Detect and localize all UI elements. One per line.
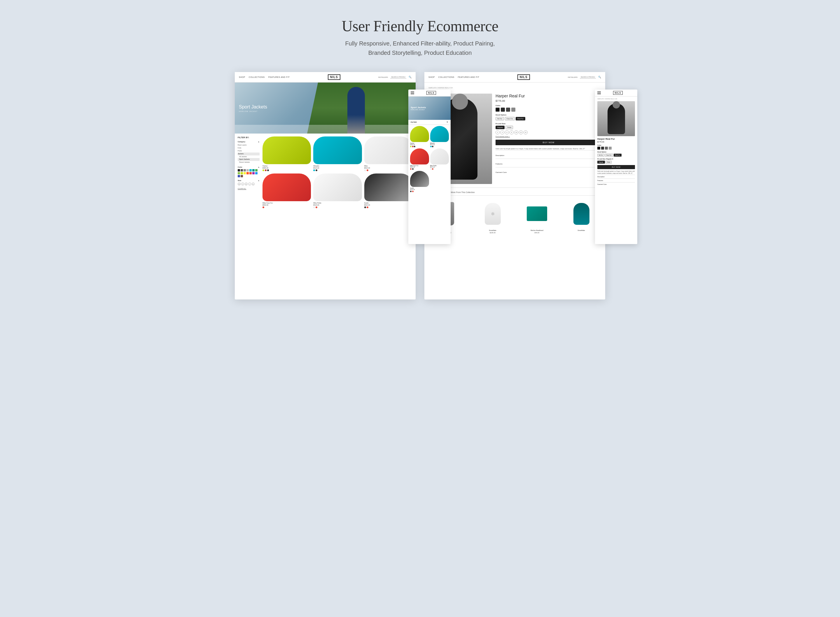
right-nav-shop[interactable]: SHOP	[428, 76, 435, 78]
cat-base-layers[interactable]: Base Layers	[238, 144, 260, 147]
hood-no-fur[interactable]: No Fur	[496, 117, 504, 120]
color-dot-2-1[interactable]	[367, 170, 368, 171]
color-dot-5-0[interactable]	[364, 207, 366, 208]
right-nav-features[interactable]: FEATURES AND FIT	[458, 76, 480, 78]
mobile-right-logo[interactable]: NILS	[613, 91, 622, 95]
size-btn-14[interactable]: 14	[524, 130, 528, 134]
mobile-accordion-2[interactable]: Garment Care	[597, 182, 635, 186]
right-search-input[interactable]	[580, 76, 596, 78]
accordion-label-1[interactable]: Features	[496, 163, 502, 165]
nav-shop[interactable]: SHOP	[239, 76, 245, 78]
nav-features[interactable]: FEATURES AND FIT	[268, 76, 290, 78]
size-btn-4[interactable]: 4	[500, 130, 504, 134]
detail-swatch-3[interactable]	[511, 108, 515, 112]
swatch-lgray[interactable]	[247, 169, 249, 171]
search-icon[interactable]: 🔍	[409, 76, 412, 78]
color-dot-3-0[interactable]	[263, 207, 264, 208]
size-s[interactable]: S	[241, 183, 244, 186]
clear-all[interactable]: CLEAR ALL	[238, 188, 260, 189]
tab-more-collection[interactable]: More From This Collection	[451, 191, 475, 195]
detail-swatch-1[interactable]	[501, 108, 505, 112]
fit-regular[interactable]: Regular	[496, 125, 505, 129]
fit-petite[interactable]: Petite	[505, 125, 513, 129]
left-nav-logo[interactable]: NILS	[328, 74, 340, 80]
mswatch-2[interactable]	[605, 147, 608, 150]
size-xs[interactable]: XS	[238, 183, 241, 186]
nav-retailers[interactable]: RETAILERS	[378, 77, 388, 78]
mc-3-0[interactable]	[430, 168, 432, 170]
swatch-cyan[interactable]	[249, 169, 252, 171]
color-dot-2-0[interactable]	[364, 170, 366, 171]
mobile-petite[interactable]: Petite	[605, 161, 612, 164]
color-dot-4-1[interactable]	[316, 207, 317, 208]
swatch-yellow-green[interactable]	[241, 172, 243, 174]
right-nav-collections[interactable]: COLLECTIONS	[438, 76, 455, 78]
hood-real-fur[interactable]: Real Fur	[516, 117, 525, 120]
swatch-gray[interactable]	[244, 169, 246, 171]
mobile-filter-label[interactable]: FILTER	[411, 121, 417, 123]
detail-swatch-0[interactable]	[496, 108, 500, 112]
swatch-lime[interactable]	[238, 172, 240, 174]
swatch-green[interactable]	[255, 169, 258, 171]
mc-2-0[interactable]	[410, 168, 412, 170]
size-btn-2[interactable]: 2	[496, 130, 500, 134]
mobile-accordion-1[interactable]: Features	[597, 179, 635, 182]
right-nav-retailers[interactable]: RETAILERS	[568, 77, 577, 78]
mc-4-0[interactable]	[410, 191, 412, 192]
cat-sport-jackets[interactable]: Sport Jackets	[238, 158, 260, 161]
mobile-buy-btn[interactable]: BUY NOW	[597, 165, 635, 169]
size-xl[interactable]: XL	[252, 183, 255, 186]
detail-swatch-2[interactable]	[506, 108, 510, 112]
swatch-yellow[interactable]	[244, 172, 246, 174]
color-dot-0-0[interactable]	[263, 170, 264, 171]
color-dot-0-1[interactable]	[265, 170, 267, 171]
mswatch-3[interactable]	[609, 147, 612, 150]
mc-0-1[interactable]	[412, 146, 413, 147]
swatch-orange[interactable]	[247, 172, 249, 174]
size-btn-10[interactable]: 10	[514, 130, 518, 134]
color-dot-5-1[interactable]	[367, 207, 368, 208]
cat-all-jackets[interactable]: All Jackets	[238, 155, 260, 158]
swatch-black[interactable]	[238, 169, 240, 171]
swatch-dgray[interactable]	[241, 169, 243, 171]
size-btn-8[interactable]: 8	[509, 130, 514, 134]
hamburger-icon[interactable]	[411, 92, 414, 94]
swatch-brown[interactable]	[241, 175, 243, 177]
nav-collections[interactable]: COLLECTIONS	[249, 76, 265, 78]
mswatch-1[interactable]	[601, 147, 604, 150]
buy-now-button[interactable]: BUY NOW	[496, 140, 602, 145]
size-m[interactable]: M	[245, 183, 248, 186]
color-dot-0-2[interactable]	[267, 170, 269, 171]
mc-4-1[interactable]	[412, 191, 413, 192]
mobile-no-fur[interactable]: No Fur	[597, 154, 604, 156]
mc-0-2[interactable]	[414, 146, 415, 147]
size-l[interactable]: L	[248, 183, 251, 186]
swatch-blue[interactable]	[255, 172, 258, 174]
left-search-input[interactable]	[390, 76, 406, 78]
size-btn-12[interactable]: 12	[519, 130, 523, 134]
hood-faux-fur[interactable]: Faux Fur	[505, 117, 515, 120]
right-nav-logo[interactable]: NILS	[517, 74, 530, 80]
color-dot-4-0[interactable]	[313, 207, 315, 208]
swatch-purple[interactable]	[252, 172, 255, 174]
mc-1-0[interactable]	[430, 146, 432, 147]
right-search-icon[interactable]: 🔍	[598, 76, 601, 78]
right-hamburger-icon[interactable]	[597, 92, 601, 94]
mobile-faux-fur[interactable]: Faux Fur	[605, 154, 613, 156]
mobile-accordion-0[interactable]: Description	[597, 175, 635, 179]
swatch-red[interactable]	[249, 172, 252, 174]
mobile-real-fur[interactable]: Real Fur	[614, 154, 622, 156]
swatch-teal[interactable]	[252, 169, 255, 171]
mc-2-1[interactable]	[412, 168, 413, 170]
color-dot-1-1[interactable]	[316, 170, 317, 171]
size-btn-6[interactable]: 6	[505, 130, 509, 134]
mobile-left-logo[interactable]: NILS	[427, 91, 436, 95]
cat-resort-jackets[interactable]: Resort Jackets	[238, 161, 260, 164]
mc-1-1[interactable]	[432, 146, 433, 147]
swatch-navy[interactable]	[238, 175, 240, 177]
mc-3-1[interactable]	[432, 168, 433, 170]
color-dot-1-0[interactable]	[313, 170, 315, 171]
mc-0-0[interactable]	[410, 146, 412, 147]
cat-knits[interactable]: Knits	[238, 147, 260, 150]
find-store-link[interactable]: Find nearest store >	[496, 136, 602, 137]
